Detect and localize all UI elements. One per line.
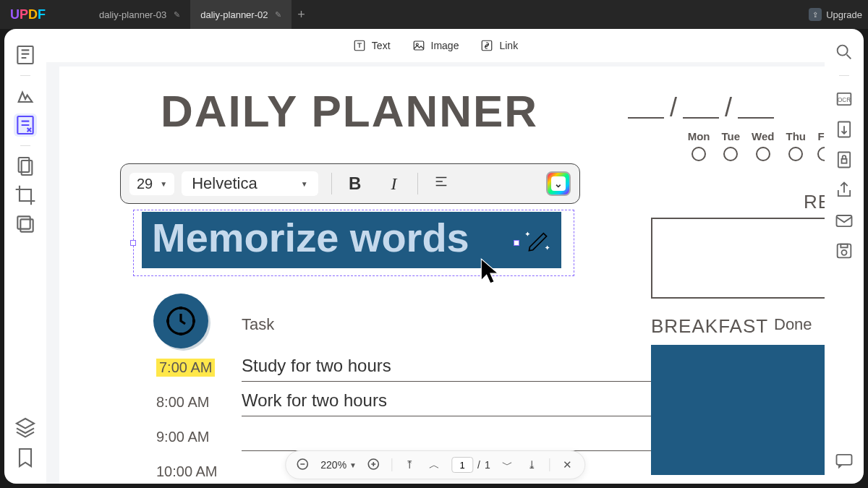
pages-tool-icon[interactable] (14, 155, 37, 178)
font-family-value: Helvetica (192, 174, 257, 193)
page-input[interactable] (451, 457, 473, 473)
date-field[interactable]: // (628, 93, 774, 123)
font-size-select[interactable]: 29 ▼ (129, 173, 174, 195)
weekday[interactable]: Mon (688, 130, 710, 161)
editing-text-block[interactable]: Memorize words (133, 210, 574, 276)
remember-box[interactable] (651, 218, 825, 299)
tab-inactive[interactable]: daliy-planner-03 ✎ (89, 0, 190, 29)
italic-button[interactable]: I (384, 174, 404, 194)
app-logo: UPDF (10, 7, 46, 22)
image-icon (412, 39, 425, 52)
text-tool-label: Text (372, 40, 391, 51)
zoom-level-select[interactable]: 220% ▼ (320, 459, 357, 471)
svg-rect-17 (838, 153, 850, 168)
resize-handle-left[interactable] (130, 240, 136, 246)
pencil-icon[interactable]: ✎ (174, 10, 180, 20)
svg-rect-19 (837, 215, 852, 226)
ocr-icon[interactable]: OCR (834, 89, 854, 109)
svg-point-21 (842, 250, 847, 255)
font-family-select[interactable]: Helvetica ▼ (182, 171, 318, 196)
caret-down-icon: ▼ (160, 180, 167, 188)
breakfast-box[interactable] (651, 345, 825, 475)
close-bar-button[interactable]: ✕ (561, 458, 575, 472)
cursor-icon (477, 256, 507, 289)
upgrade-button[interactable]: ⇪ Upgrade (809, 8, 862, 21)
stamp-tool-icon[interactable] (14, 213, 37, 236)
zoom-page-bar[interactable]: 220% ▼ ⤒ ︿ / 1 ﹀ ⤓ ✕ (285, 450, 585, 479)
svg-rect-4 (17, 216, 30, 228)
edit-tool-icon[interactable] (14, 114, 37, 137)
separator (391, 458, 392, 471)
svg-rect-0 (17, 46, 33, 64)
zoom-out-button[interactable] (296, 458, 310, 472)
tab-label: daliy-planner-02 (200, 9, 268, 20)
task-time[interactable]: 10:00 AM (148, 463, 242, 480)
svg-rect-22 (841, 244, 847, 248)
breakfast-title[interactable]: BREAKFAST (651, 315, 825, 338)
link-tool-button[interactable]: Link (480, 39, 518, 52)
tab-active[interactable]: daliy-planner-02 ✎ (190, 0, 292, 29)
weekday[interactable]: Wed (752, 130, 774, 161)
share-icon[interactable] (834, 180, 854, 200)
protect-icon[interactable] (834, 150, 854, 170)
day-circle-icon[interactable] (723, 147, 738, 161)
first-page-button[interactable]: ⤒ (402, 458, 417, 472)
color-picker-button[interactable] (546, 171, 571, 196)
right-toolbar: OCR (825, 29, 864, 484)
separator (550, 458, 550, 471)
day-circle-icon[interactable] (817, 147, 825, 161)
image-tool-label: Image (431, 40, 459, 51)
title-bar: UPDF daliy-planner-03 ✎ daliy-planner-02… (0, 0, 868, 29)
left-toolbar (4, 29, 46, 484)
align-button[interactable] (431, 174, 451, 194)
pencil-icon[interactable]: ✎ (275, 10, 281, 20)
convert-icon[interactable] (834, 119, 854, 140)
text-format-toolbar[interactable]: 29 ▼ Helvetica ▼ B I (120, 163, 580, 204)
bold-button[interactable]: B (345, 174, 365, 194)
edit-tools-row: Text Image Link (46, 29, 825, 62)
page-indicator: / 1 (451, 457, 490, 473)
weekday[interactable]: Thu (786, 130, 807, 161)
remember-title[interactable]: REME (651, 191, 825, 213)
task-time[interactable]: 8:00 AM (148, 394, 242, 411)
ai-pencil-icon[interactable] (522, 224, 553, 254)
svg-rect-23 (837, 455, 852, 465)
separator (20, 75, 30, 76)
upgrade-icon: ⇪ (809, 8, 822, 21)
task-time[interactable]: 7:00 AM (156, 359, 215, 377)
task-time[interactable]: 9:00 AM (148, 429, 242, 445)
next-page-button[interactable]: ﹀ (501, 458, 515, 472)
resize-handle-right[interactable] (514, 240, 519, 246)
layers-icon[interactable] (14, 416, 37, 439)
weekday[interactable]: Fri (817, 130, 825, 161)
link-tool-label: Link (499, 40, 518, 51)
last-page-button[interactable]: ⤓ (525, 458, 540, 472)
day-circle-icon[interactable] (756, 147, 770, 161)
page-total: 1 (485, 459, 490, 471)
bookmark-icon[interactable] (14, 446, 37, 469)
image-tool-button[interactable]: Image (412, 39, 459, 52)
text-tool-button[interactable]: Text (353, 39, 391, 52)
crop-tool-icon[interactable] (14, 184, 37, 207)
highlight-tool-icon[interactable] (14, 85, 37, 108)
separator (417, 173, 418, 194)
zoom-in-button[interactable] (367, 458, 381, 472)
new-tab-button[interactable]: + (292, 0, 310, 29)
day-circle-icon[interactable] (692, 147, 706, 161)
text-icon (353, 39, 366, 52)
canvas[interactable]: DAILY PLANNER // Mon Tue Wed Thu Fri (46, 62, 825, 484)
svg-rect-9 (482, 40, 493, 51)
page-sep: / (477, 459, 480, 471)
separator (839, 75, 849, 76)
clock-icon (153, 294, 208, 348)
chat-icon[interactable] (834, 450, 854, 471)
separator (331, 173, 332, 194)
day-circle-icon[interactable] (788, 147, 803, 161)
prev-page-button[interactable]: ︿ (427, 458, 441, 472)
email-icon[interactable] (834, 210, 854, 231)
weekday[interactable]: Tue (722, 130, 741, 161)
editor-center: Text Image Link DAILY PLANNER // Mon Tue (46, 29, 825, 484)
save-icon[interactable] (834, 241, 854, 261)
search-icon[interactable] (834, 42, 854, 62)
reader-tool-icon[interactable] (14, 43, 37, 67)
